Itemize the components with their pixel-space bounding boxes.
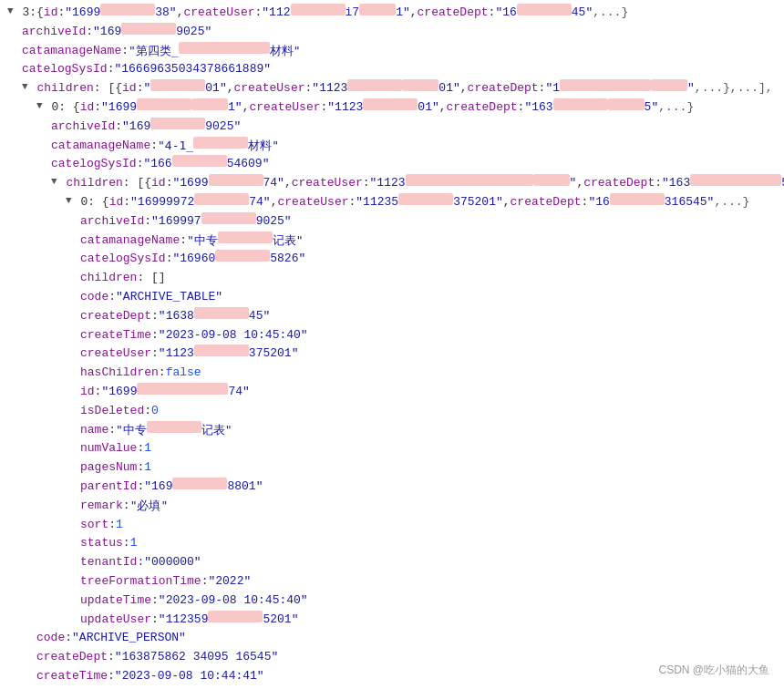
json-row-0-level2: ▼ 0: { id : "1699xxxx1" , createUser : "… [0,98,784,118]
json-row-children-l2: ▼ children : [{ id : "1699xxx74" , creat… [0,174,784,193]
watermark: CSDN @吃小猫的大鱼 [658,663,769,678]
json-row-treeformationtime-l3: treeFormationTime : "2022" [0,572,784,591]
json-row-children-empty: children : [] [0,269,784,288]
json-viewer: ▼ 3: { id : "1699xxx38" , createUser : "… [0,0,784,689]
json-row-catamanagename-l2: catamanageName : "4-1_xxx材料" [0,137,784,156]
json-row-catelogsysid-l3: catelogSysId : "16960xxx5826" [0,250,784,269]
json-row-sort-l3: sort : 1 [0,516,784,535]
json-row-haschildren-l3: hasChildren : false [0,364,784,383]
json-row-code-l3: code : "ARCHIVE_TABLE" [0,288,784,307]
json-row-parentid-l3: parentId : "169xxx8801" [0,478,784,497]
json-row-createtime-l3: createTime : "2023-09-08 10:45:40" [0,326,784,345]
json-row-archiveid-l3: archiveId : "169997xxx9025" [0,212,784,231]
json-row-catelogsysid: catelogSysId : "16669635034378661889" [0,60,784,79]
json-row-createuser-l3: createUser : "1123xxx375201" [0,344,784,364]
json-row-updatetime-l3: updateTime : "2023-09-08 10:45:40" [0,591,784,611]
json-row-remark-l3: remark : "必填" [0,497,784,516]
json-row-numvalue-l3: numValue : 1 [0,439,784,458]
toggle-0-l3[interactable]: ▼ [66,193,72,210]
json-row-catelogsysid-l2: catelogSysId : "166xxx54609" [0,155,784,174]
json-row-pagesnum-l3: pagesNum : 1 [0,458,784,478]
json-row-isdeleted-l3: isDeleted : 0 [0,402,784,421]
json-row-3: ▼ 3: { id : "1699xxx38" , createUser : "… [0,4,784,23]
toggle-children-1[interactable]: ▼ [22,79,28,96]
json-row-updateuser-l3: updateUser : "112359xxx5201" [0,611,784,630]
toggle-children-l2[interactable]: ▼ [51,174,57,190]
json-row-tenantid-l3: tenantId : "000000" [0,553,784,572]
json-row-archiveid: archiveId : "169xxx9025" [0,23,784,42]
json-row-children-1: ▼ children : [{ id : "xxx01" , createUse… [0,79,784,98]
json-row-0-level3: ▼ 0: { id : "16999972xxx74" , createUser… [0,193,784,212]
json-row-createdept-l3: createDept : "1638xxx45" [0,307,784,326]
toggle-3[interactable]: ▼ [7,4,14,20]
json-row-id-l3: id : "1699xxx74" [0,383,784,402]
json-row-catamanagename: catamanageName : "第四类_xxx材料" [0,42,784,61]
json-row-archiveid-l2: archiveId : "169xxx9025" [0,118,784,137]
json-row-code-l2: code : "ARCHIVE_PERSON" [0,629,784,648]
toggle-0-l2[interactable]: ▼ [36,98,43,115]
json-row-name-l3: name : "中专xxx记表" [0,421,784,440]
json-row-catamanagename-l3: catamanageName : "中专xxx记表" [0,231,784,251]
json-row-status-l3: status : 1 [0,534,784,553]
